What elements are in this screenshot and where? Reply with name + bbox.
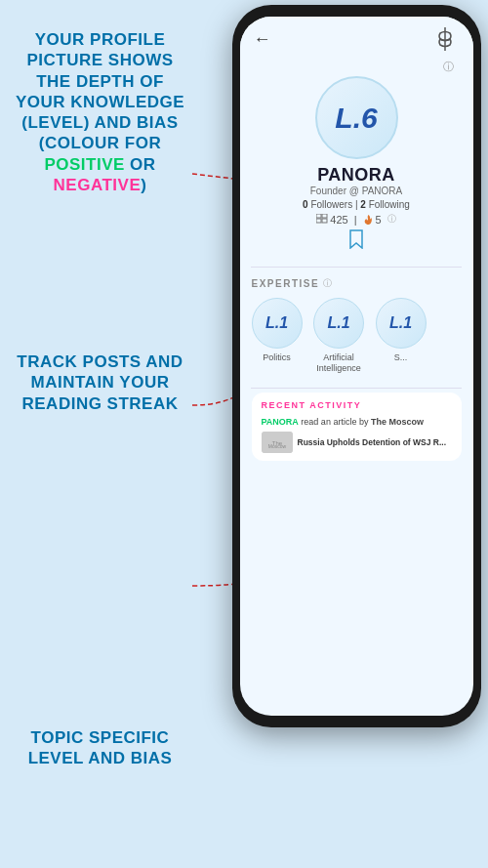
politics-bubble: L.1 [252, 298, 303, 349]
activity-item: PANORA read an article by The Moscow [262, 416, 452, 429]
profile-section: ⓘ L.6 PANORA Founder @ PANORA 0 Follower… [240, 58, 473, 263]
other-label: S... [394, 352, 408, 363]
grid-icon [316, 214, 328, 225]
activity-action: read an article by [301, 417, 371, 427]
followers-count: 0 [303, 199, 308, 210]
streak-stat: 5 [363, 214, 382, 226]
news-thumbnail: The Moscow [262, 432, 293, 453]
profile-info-icon[interactable]: ⓘ [443, 60, 454, 74]
following-label: Following [369, 199, 410, 210]
annotation-positive-label: POSITIVE [44, 155, 124, 174]
coin-icon[interactable] [430, 24, 460, 54]
screen-topbar: ← [240, 17, 473, 58]
profile-avatar[interactable]: L.6 [315, 76, 398, 159]
activity-username: PANORA [262, 417, 299, 427]
expertise-item-politics[interactable]: L.1 Politics [252, 298, 303, 363]
svg-rect-6 [322, 214, 327, 218]
followers-row: 0 Followers | 2 Following [303, 199, 410, 210]
politics-label: Politics [263, 352, 291, 363]
user-role-text: Founder @ PANORA [310, 186, 402, 196]
activity-publisher: The Moscow [371, 417, 424, 427]
divider-1 [251, 267, 461, 268]
expertise-title: EXPERTISE [252, 278, 320, 289]
posts-count: 425 [330, 214, 347, 226]
svg-rect-8 [322, 219, 327, 223]
expertise-section: EXPERTISE ⓘ L.1 Politics L.1 Artificial … [240, 271, 473, 384]
back-button[interactable]: ← [254, 29, 271, 50]
news-headline: Russia Upholds Detention of WSJ R... [298, 437, 447, 448]
phone-screen: ← ⓘ L.6 PANORA Founder @ PANORA [240, 17, 473, 716]
annotation-negative-label: NEGATIVE [54, 176, 142, 194]
expertise-item-other[interactable]: L.1 S... [376, 298, 427, 363]
svg-rect-7 [316, 219, 321, 223]
expertise-header: EXPERTISE ⓘ [252, 277, 462, 290]
expertise-item-ai[interactable]: L.1 Artificial Intelligence [312, 298, 366, 374]
recent-activity-section: RECENT ACTIVITY PANORA read an article b… [252, 393, 462, 462]
bookmark-button[interactable] [348, 229, 364, 253]
username-text: PANORA [317, 165, 395, 186]
avatar-level-text: L.6 [335, 102, 377, 135]
svg-text:Moscow: Moscow [267, 443, 286, 449]
recent-activity-title: RECENT ACTIVITY [262, 400, 452, 410]
annotation-profile-picture: YOUR PROFILE PICTURE SHOWS THE DEPTH OF … [10, 29, 190, 195]
expertise-bubbles: L.1 Politics L.1 Artificial Intelligence… [252, 298, 462, 378]
svg-rect-5 [316, 214, 321, 218]
annotation-track-posts: TRACK POSTS AND MAINTAIN YOUR READING ST… [10, 351, 190, 414]
posts-stat: 425 [316, 214, 347, 226]
stats-info-icon[interactable]: ⓘ [387, 213, 396, 226]
ai-bubble: L.1 [313, 298, 364, 349]
flame-icon [363, 214, 374, 226]
divider-2 [251, 388, 461, 389]
phone-frame: ← ⓘ L.6 PANORA Founder @ PANORA [232, 5, 481, 727]
following-count: 2 [360, 199, 366, 210]
ai-label: Artificial Intelligence [312, 352, 366, 374]
other-bubble: L.1 [376, 298, 427, 349]
phone-mockup: ← ⓘ L.6 PANORA Founder @ PANORA [224, 0, 488, 732]
annotation-topic-level: TOPIC SPECIFIC LEVEL AND BIAS [10, 727, 190, 769]
followers-label: Followers | [310, 199, 360, 210]
streak-count: 5 [376, 214, 382, 226]
expertise-info-icon[interactable]: ⓘ [323, 277, 332, 290]
stats-separator: | [354, 214, 357, 226]
activity-news-row[interactable]: The Moscow Russia Upholds Detention of W… [262, 432, 452, 453]
stats-row: 425 | 5 ⓘ [316, 213, 395, 226]
